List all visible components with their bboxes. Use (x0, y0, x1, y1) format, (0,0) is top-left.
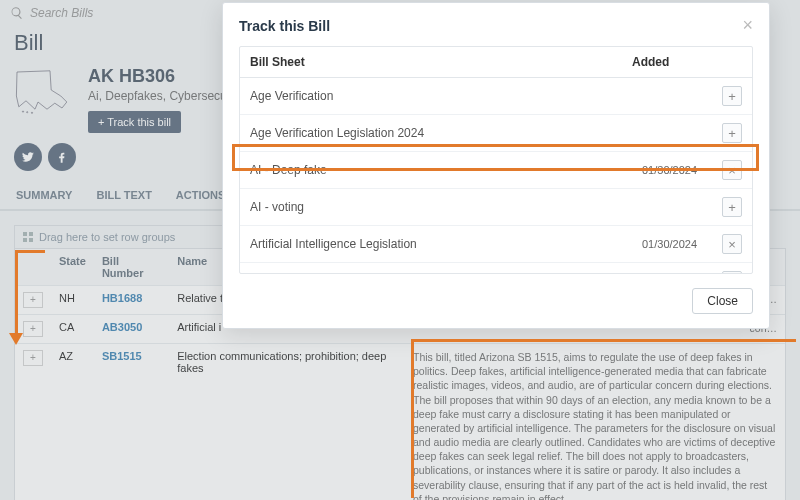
add-sheet-button[interactable]: + (722, 86, 742, 106)
modal-title: Track this Bill (239, 18, 330, 34)
sheet-row: Artificial Intelligence Legislation 2019… (240, 263, 752, 274)
col-added: Added (632, 55, 742, 69)
track-bill-modal: Track this Bill × Bill Sheet Added Age V… (222, 2, 770, 329)
bill-sheet-list[interactable]: Bill Sheet Added Age Verification+ Age V… (239, 46, 753, 274)
sheet-row: AI - voting+ (240, 189, 752, 226)
sheet-row: Artificial Intelligence Legislation01/30… (240, 226, 752, 263)
sheet-row: AI - Deep fake01/30/2024× (240, 152, 752, 189)
sheet-row: Age Verification Legislation 2024+ (240, 115, 752, 152)
remove-sheet-button[interactable]: × (722, 234, 742, 254)
add-sheet-button[interactable]: + (722, 123, 742, 143)
remove-sheet-button[interactable]: × (722, 160, 742, 180)
close-button[interactable]: Close (692, 288, 753, 314)
sheet-row: Age Verification+ (240, 78, 752, 115)
add-sheet-button[interactable]: + (722, 197, 742, 217)
close-icon[interactable]: × (742, 15, 753, 36)
annotation-arrow (15, 250, 45, 340)
col-bill-sheet: Bill Sheet (250, 55, 632, 69)
